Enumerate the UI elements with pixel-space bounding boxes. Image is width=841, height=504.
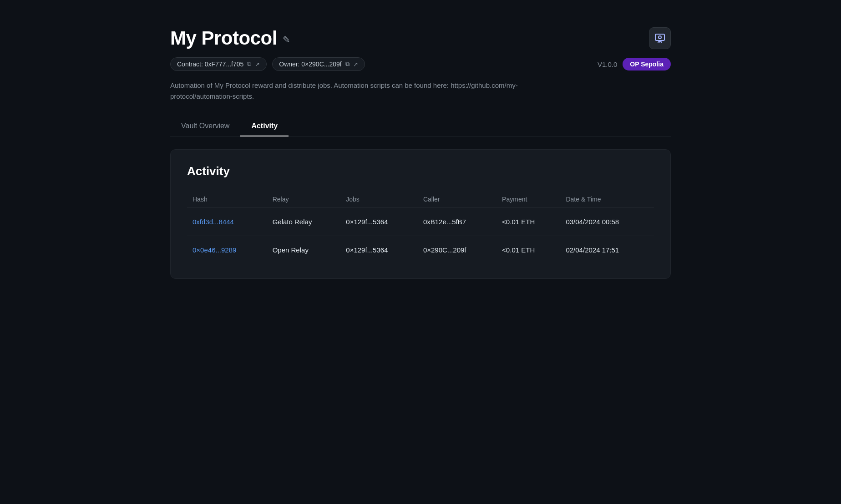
monitor-icon-button[interactable] bbox=[649, 27, 671, 49]
owner-copy-icon[interactable]: ⧉ bbox=[345, 60, 350, 68]
table-head: Hash Relay Jobs Caller Payment Date & Ti… bbox=[187, 191, 654, 208]
cell-datetime: 02/04/2024 17:51 bbox=[560, 236, 654, 264]
col-caller: Caller bbox=[418, 191, 496, 208]
page-container: My Protocol ✎ Contract: 0xF777...f705 ⧉ … bbox=[170, 27, 671, 477]
cell-payment: <0.01 ETH bbox=[496, 208, 560, 236]
activity-card-title: Activity bbox=[187, 164, 654, 178]
hash-link-1[interactable]: 0×0e46...9289 bbox=[193, 246, 236, 254]
table-body: 0xfd3d...8444Gelato Relay0×129f...53640x… bbox=[187, 208, 654, 264]
title-block: My Protocol ✎ bbox=[170, 27, 290, 49]
meta-row: Contract: 0xF777...f705 ⧉ ↗ Owner: 0×290… bbox=[170, 57, 671, 71]
description: Automation of My Protocol reward and dis… bbox=[170, 80, 580, 102]
table-row: 0×0e46...9289Open Relay0×129f...53640×29… bbox=[187, 236, 654, 264]
col-datetime: Date & Time bbox=[560, 191, 654, 208]
owner-label: Owner: 0×290C...209f bbox=[279, 60, 341, 68]
col-payment: Payment bbox=[496, 191, 560, 208]
cell-relay: Gelato Relay bbox=[267, 208, 341, 236]
version-label: V1.0.0 bbox=[598, 60, 617, 68]
page-title: My Protocol bbox=[170, 27, 277, 49]
contract-label: Contract: 0xF777...f705 bbox=[177, 60, 243, 68]
contract-copy-icon[interactable]: ⧉ bbox=[247, 60, 251, 68]
col-jobs: Jobs bbox=[340, 191, 418, 208]
table-row: 0xfd3d...8444Gelato Relay0×129f...53640x… bbox=[187, 208, 654, 236]
table-header-row: Hash Relay Jobs Caller Payment Date & Ti… bbox=[187, 191, 654, 208]
activity-card: Activity Hash Relay Jobs Caller Payment … bbox=[170, 149, 671, 279]
col-relay: Relay bbox=[267, 191, 341, 208]
cell-jobs: 0×129f...5364 bbox=[340, 236, 418, 264]
cell-caller: 0xB12e...5fB7 bbox=[418, 208, 496, 236]
svg-rect-0 bbox=[655, 34, 664, 40]
tab-activity[interactable]: Activity bbox=[240, 116, 289, 136]
cell-caller: 0×290C...209f bbox=[418, 236, 496, 264]
tabs: Vault Overview Activity bbox=[170, 116, 671, 136]
network-badge: OP Sepolia bbox=[623, 58, 671, 71]
edit-icon[interactable]: ✎ bbox=[283, 34, 290, 45]
cell-jobs: 0×129f...5364 bbox=[340, 208, 418, 236]
cell-relay: Open Relay bbox=[267, 236, 341, 264]
col-hash: Hash bbox=[187, 191, 267, 208]
cell-datetime: 03/04/2024 00:58 bbox=[560, 208, 654, 236]
contract-badge: Contract: 0xF777...f705 ⧉ ↗ bbox=[170, 57, 267, 71]
hash-link-0[interactable]: 0xfd3d...8444 bbox=[193, 218, 234, 226]
contract-external-icon[interactable]: ↗ bbox=[255, 61, 260, 68]
owner-external-icon[interactable]: ↗ bbox=[353, 61, 358, 68]
tab-vault-overview[interactable]: Vault Overview bbox=[170, 116, 240, 136]
owner-badge: Owner: 0×290C...209f ⧉ ↗ bbox=[272, 57, 365, 71]
svg-point-2 bbox=[659, 36, 661, 39]
cell-payment: <0.01 ETH bbox=[496, 236, 560, 264]
activity-table: Hash Relay Jobs Caller Payment Date & Ti… bbox=[187, 191, 654, 264]
header-row: My Protocol ✎ bbox=[170, 27, 671, 49]
